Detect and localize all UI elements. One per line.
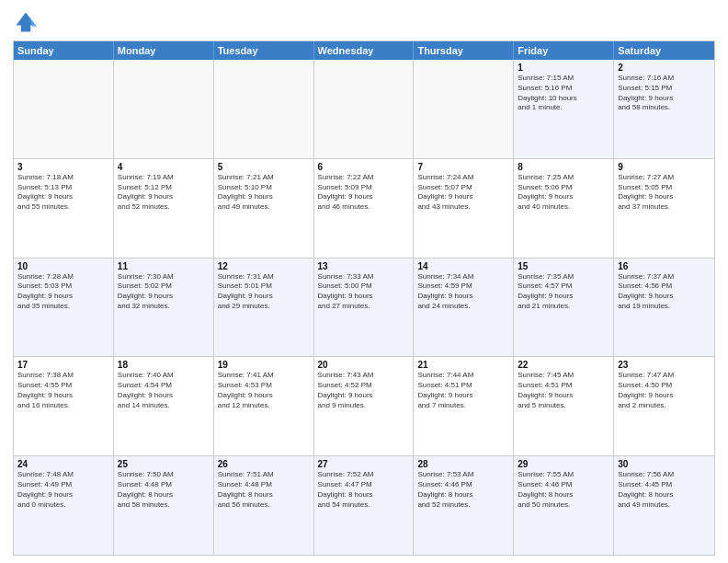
calendar-cell-r3-c6: 23Sunrise: 7:47 AM Sunset: 4:50 PM Dayli… [614,357,714,455]
day-number: 28 [417,459,509,469]
cell-info: Sunrise: 7:47 AM Sunset: 4:50 PM Dayligh… [618,371,711,410]
day-number: 24 [17,459,109,469]
header-day-saturday: Saturday [614,41,714,60]
calendar-row-4: 24Sunrise: 7:48 AM Sunset: 4:49 PM Dayli… [14,456,714,555]
cell-info: Sunrise: 7:24 AM Sunset: 5:07 PM Dayligh… [417,173,509,213]
cell-info: Sunrise: 7:40 AM Sunset: 4:54 PM Dayligh… [118,371,210,410]
calendar-cell-r2-c5: 15Sunrise: 7:35 AM Sunset: 4:57 PM Dayli… [514,259,614,357]
calendar-cell-r1-c5: 8Sunrise: 7:25 AM Sunset: 5:06 PM Daylig… [514,159,614,258]
calendar-body: 1Sunrise: 7:15 AM Sunset: 5:16 PM Daylig… [14,60,714,555]
calendar-row-2: 10Sunrise: 7:28 AM Sunset: 5:03 PM Dayli… [14,259,714,358]
calendar-cell-r3-c4: 21Sunrise: 7:44 AM Sunset: 4:51 PM Dayli… [414,357,514,455]
day-number: 17 [17,360,109,370]
day-number: 19 [218,360,310,370]
cell-info: Sunrise: 7:37 AM Sunset: 4:56 PM Dayligh… [618,272,711,312]
day-number: 16 [618,261,711,271]
cell-info: Sunrise: 7:44 AM Sunset: 4:51 PM Dayligh… [417,371,509,410]
day-number: 18 [118,360,210,370]
cell-info: Sunrise: 7:50 AM Sunset: 4:48 PM Dayligh… [118,470,210,510]
calendar-cell-r0-c1 [114,60,214,158]
header-day-wednesday: Wednesday [314,41,415,60]
calendar-cell-r2-c0: 10Sunrise: 7:28 AM Sunset: 5:03 PM Dayli… [14,259,114,357]
cell-info: Sunrise: 7:48 AM Sunset: 4:49 PM Dayligh… [17,470,109,510]
calendar-cell-r2-c2: 12Sunrise: 7:31 AM Sunset: 5:01 PM Dayli… [214,259,314,357]
calendar-cell-r1-c1: 4Sunrise: 7:19 AM Sunset: 5:12 PM Daylig… [114,159,214,258]
day-number: 1 [518,63,609,73]
calendar-cell-r1-c6: 9Sunrise: 7:27 AM Sunset: 5:05 PM Daylig… [614,159,714,258]
cell-info: Sunrise: 7:31 AM Sunset: 5:01 PM Dayligh… [218,272,310,312]
calendar: SundayMondayTuesdayWednesdayThursdayFrid… [13,40,715,556]
calendar-row-3: 17Sunrise: 7:38 AM Sunset: 4:55 PM Dayli… [14,357,714,456]
calendar-cell-r3-c2: 19Sunrise: 7:41 AM Sunset: 4:53 PM Dayli… [214,357,314,455]
day-number: 29 [518,459,609,469]
day-number: 3 [17,162,109,172]
cell-info: Sunrise: 7:30 AM Sunset: 5:02 PM Dayligh… [118,272,210,312]
calendar-cell-r2-c6: 16Sunrise: 7:37 AM Sunset: 4:56 PM Dayli… [614,259,714,357]
page: SundayMondayTuesdayWednesdayThursdayFrid… [0,0,728,563]
calendar-cell-r0-c6: 2Sunrise: 7:16 AM Sunset: 5:15 PM Daylig… [614,60,714,158]
cell-info: Sunrise: 7:25 AM Sunset: 5:06 PM Dayligh… [518,173,609,213]
cell-info: Sunrise: 7:15 AM Sunset: 5:16 PM Dayligh… [518,74,609,113]
calendar-cell-r4-c6: 30Sunrise: 7:56 AM Sunset: 4:45 PM Dayli… [614,456,714,555]
calendar-cell-r3-c5: 22Sunrise: 7:45 AM Sunset: 4:51 PM Dayli… [514,357,614,455]
calendar-cell-r4-c4: 28Sunrise: 7:53 AM Sunset: 4:46 PM Dayli… [414,456,514,555]
day-number: 6 [318,162,410,172]
cell-info: Sunrise: 7:53 AM Sunset: 4:46 PM Dayligh… [417,470,509,510]
calendar-cell-r0-c2 [214,60,314,158]
header-day-thursday: Thursday [414,41,514,60]
cell-info: Sunrise: 7:55 AM Sunset: 4:46 PM Dayligh… [518,470,609,510]
day-number: 13 [318,261,410,271]
day-number: 10 [17,261,109,271]
cell-info: Sunrise: 7:51 AM Sunset: 4:48 PM Dayligh… [218,470,310,510]
header-day-monday: Monday [114,41,214,60]
day-number: 21 [417,360,509,370]
calendar-cell-r2-c4: 14Sunrise: 7:34 AM Sunset: 4:59 PM Dayli… [414,259,514,357]
day-number: 22 [518,360,609,370]
cell-info: Sunrise: 7:52 AM Sunset: 4:47 PM Dayligh… [318,470,410,510]
day-number: 23 [618,360,711,370]
logo [13,9,42,35]
calendar-cell-r4-c1: 25Sunrise: 7:50 AM Sunset: 4:48 PM Dayli… [114,456,214,555]
cell-info: Sunrise: 7:21 AM Sunset: 5:10 PM Dayligh… [218,173,310,213]
day-number: 11 [118,261,210,271]
day-number: 9 [618,162,711,172]
day-number: 15 [518,261,609,271]
cell-info: Sunrise: 7:19 AM Sunset: 5:12 PM Dayligh… [118,173,210,213]
day-number: 20 [318,360,410,370]
calendar-header: SundayMondayTuesdayWednesdayThursdayFrid… [14,41,714,60]
cell-info: Sunrise: 7:27 AM Sunset: 5:05 PM Dayligh… [618,173,711,213]
cell-info: Sunrise: 7:34 AM Sunset: 4:59 PM Dayligh… [417,272,509,312]
day-number: 14 [417,261,509,271]
calendar-cell-r0-c4 [414,60,514,158]
calendar-cell-r1-c4: 7Sunrise: 7:24 AM Sunset: 5:07 PM Daylig… [414,159,514,258]
cell-info: Sunrise: 7:35 AM Sunset: 4:57 PM Dayligh… [518,272,609,312]
calendar-row-1: 3Sunrise: 7:18 AM Sunset: 5:13 PM Daylig… [14,159,714,259]
cell-info: Sunrise: 7:28 AM Sunset: 5:03 PM Dayligh… [17,272,109,312]
calendar-cell-r1-c2: 5Sunrise: 7:21 AM Sunset: 5:10 PM Daylig… [214,159,314,258]
header [13,9,715,35]
calendar-cell-r0-c0 [14,60,114,158]
cell-info: Sunrise: 7:43 AM Sunset: 4:52 PM Dayligh… [318,371,410,410]
day-number: 12 [218,261,310,271]
logo-icon [13,9,39,35]
day-number: 7 [417,162,509,172]
header-day-sunday: Sunday [14,41,114,60]
day-number: 30 [618,459,711,469]
day-number: 27 [318,459,410,469]
cell-info: Sunrise: 7:18 AM Sunset: 5:13 PM Dayligh… [17,173,109,213]
day-number: 5 [218,162,310,172]
calendar-cell-r2-c1: 11Sunrise: 7:30 AM Sunset: 5:02 PM Dayli… [114,259,214,357]
calendar-cell-r1-c3: 6Sunrise: 7:22 AM Sunset: 5:09 PM Daylig… [314,159,415,258]
header-day-tuesday: Tuesday [214,41,314,60]
cell-info: Sunrise: 7:22 AM Sunset: 5:09 PM Dayligh… [318,173,410,213]
calendar-cell-r4-c0: 24Sunrise: 7:48 AM Sunset: 4:49 PM Dayli… [14,456,114,555]
calendar-cell-r1-c0: 3Sunrise: 7:18 AM Sunset: 5:13 PM Daylig… [14,159,114,258]
calendar-cell-r4-c5: 29Sunrise: 7:55 AM Sunset: 4:46 PM Dayli… [514,456,614,555]
header-day-friday: Friday [514,41,614,60]
cell-info: Sunrise: 7:41 AM Sunset: 4:53 PM Dayligh… [218,371,310,410]
cell-info: Sunrise: 7:45 AM Sunset: 4:51 PM Dayligh… [518,371,609,410]
calendar-cell-r3-c1: 18Sunrise: 7:40 AM Sunset: 4:54 PM Dayli… [114,357,214,455]
calendar-cell-r4-c3: 27Sunrise: 7:52 AM Sunset: 4:47 PM Dayli… [314,456,415,555]
calendar-cell-r0-c5: 1Sunrise: 7:15 AM Sunset: 5:16 PM Daylig… [514,60,614,158]
cell-info: Sunrise: 7:56 AM Sunset: 4:45 PM Dayligh… [618,470,711,510]
